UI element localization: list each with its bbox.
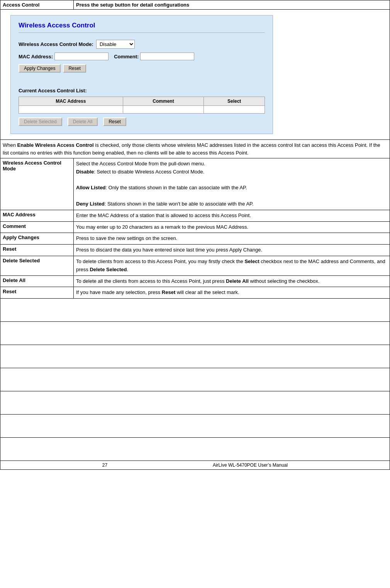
def-wac-mode: Select the Access Control Mode from the … — [74, 158, 390, 210]
def-reset: Press to discard the data you have enter… — [74, 245, 390, 256]
def-delete-all: To delete all the clients from access to… — [74, 275, 390, 287]
wac-apply-row: Apply Changes Reset — [19, 64, 265, 73]
acl-col-comment: Comment — [123, 97, 204, 106]
bold-deny-listed: Deny Listed — [76, 201, 105, 207]
def-row-apply: Apply Changes Press to save the new sett… — [0, 233, 390, 245]
spacer-row-2 — [0, 322, 390, 345]
current-list-label: Current Access Control List: — [19, 88, 265, 93]
acl-col-select: Select — [204, 97, 265, 106]
acl-mac-cell — [19, 106, 123, 114]
acl-empty-row — [19, 106, 265, 114]
def-mac: Enter the MAC Address of a station that … — [74, 210, 390, 221]
acl-col-mac: MAC Address — [19, 97, 123, 106]
spacer-7 — [0, 438, 390, 461]
term-wac-mode: Wireless Access Control Mode — [0, 158, 74, 210]
reset-button-bottom[interactable]: Reset — [103, 117, 126, 126]
spacer-6 — [0, 415, 390, 438]
wac-mode-select[interactable]: Disable Allow Listed Deny Listed — [96, 40, 135, 49]
footer-row: 27 AirLive WL-5470POE User’s Manual — [0, 461, 390, 470]
bold-delete-all: Delete All — [226, 278, 249, 284]
wac-mac-label: MAC Address: — [19, 54, 53, 59]
term-delete-all: Delete All — [0, 275, 74, 287]
wac-panel-cell: Wireless Access Control Wireless Access … — [0, 10, 390, 140]
enable-wac-bold: Enable Wireless Access Control — [17, 142, 94, 148]
def-row-wac-mode: Wireless Access Control Mode Select the … — [0, 158, 390, 210]
def-row-reset2: Reset If you have made any selection, pr… — [0, 287, 390, 299]
delete-all-button[interactable]: Delete All — [68, 117, 98, 126]
wac-comment-label: Comment: — [114, 54, 139, 59]
wac-bottom-row: Delete Selected Delete All Reset — [19, 117, 265, 126]
spacer-1 — [0, 299, 390, 322]
def-row-comment: Comment You may enter up to 20 character… — [0, 221, 390, 233]
apply-changes-button[interactable]: Apply Changes — [19, 64, 61, 73]
product-name: AirLive WL-5470POE User’s Manual — [213, 462, 288, 468]
term-comment: Comment — [0, 221, 74, 233]
bold-delete-selected: Delete Selected — [90, 267, 127, 272]
term-delete-selected: Delete Selected — [0, 256, 74, 275]
spacer-2 — [0, 322, 390, 345]
spacer-row-6 — [0, 415, 390, 438]
spacer-row-1 — [0, 299, 390, 322]
access-control-description: Press the setup button for detail config… — [74, 0, 390, 10]
wac-mode-row: Wireless Access Control Mode: Disable Al… — [19, 40, 265, 49]
access-control-label: Access Control — [0, 0, 74, 10]
footer: 27 AirLive WL-5470POE User’s Manual — [0, 461, 390, 470]
bold-disable: Disable — [76, 169, 94, 175]
wac-mode-label: Wireless Access Control Mode: — [19, 41, 93, 47]
description-para: When Enable Wireless Access Control is c… — [0, 140, 390, 158]
delete-selected-button[interactable]: Delete Selected — [19, 117, 62, 126]
def-row-delete-selected: Delete Selected To delete clients from a… — [0, 256, 390, 275]
wac-mac-comment-row: MAC Address: Comment: — [19, 53, 265, 60]
acl-select-cell — [204, 106, 265, 114]
reset-button-top[interactable]: Reset — [63, 64, 86, 73]
term-mac: MAC Address — [0, 210, 74, 221]
def-row-delete-all: Delete All To delete all the clients fro… — [0, 275, 390, 287]
bold-select: Select — [244, 258, 259, 264]
def-row-mac: MAC Address Enter the MAC Address of a s… — [0, 210, 390, 221]
spacer-row-4 — [0, 368, 390, 391]
spacer-4 — [0, 368, 390, 391]
def-delete-selected: To delete clients from access to this Ac… — [74, 256, 390, 275]
def-row-reset: Reset Press to discard the data you have… — [0, 245, 390, 256]
spacer-3 — [0, 345, 390, 368]
def-apply: Press to save the new settings on the sc… — [74, 233, 390, 245]
acl-table: MAC Address Comment Select — [19, 97, 265, 114]
def-comment: You may enter up to 20 characters as a r… — [74, 221, 390, 233]
term-apply: Apply Changes — [0, 233, 74, 245]
wac-mac-input[interactable] — [54, 53, 109, 60]
acl-comment-cell — [123, 106, 204, 114]
term-reset2: Reset — [0, 287, 74, 299]
bold-allow-listed: Allow Listed — [76, 185, 106, 190]
def-reset2: If you have made any selection, press Re… — [74, 287, 390, 299]
term-reset: Reset — [0, 245, 74, 256]
spacer-5 — [0, 391, 390, 415]
wac-comment-input[interactable] — [140, 53, 194, 60]
spacer-row-3 — [0, 345, 390, 368]
spacer-row-7 — [0, 438, 390, 461]
spacer-row-5 — [0, 391, 390, 415]
wac-title: Wireless Access Control — [19, 22, 265, 33]
bold-reset: Reset — [162, 289, 175, 295]
page-number: 27 — [102, 462, 107, 468]
wac-panel: Wireless Access Control Wireless Access … — [10, 15, 273, 134]
